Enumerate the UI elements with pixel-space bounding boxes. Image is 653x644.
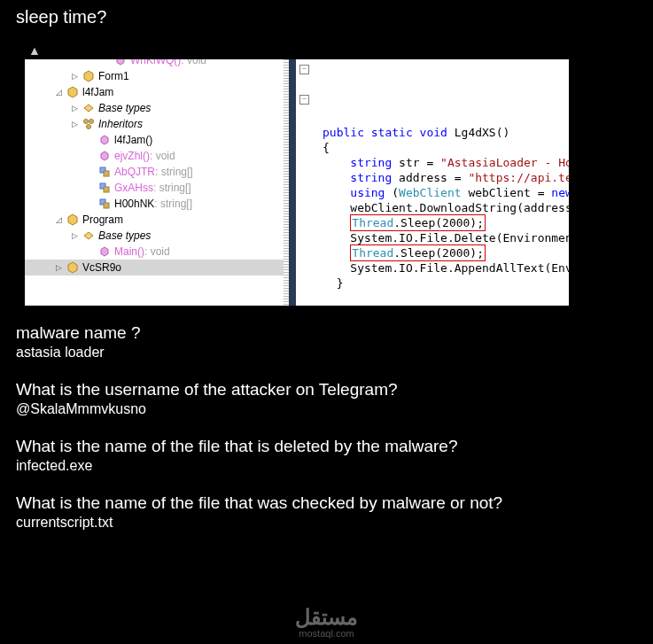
- class-icon: [66, 213, 80, 227]
- expander-icon[interactable]: [85, 135, 96, 145]
- base-icon: [82, 101, 96, 115]
- watermark: مستقل mostaql.com: [295, 607, 358, 639]
- tree-label: H00hNK: [114, 196, 154, 212]
- tree-label: l4fJam(): [114, 132, 152, 148]
- tree-label: Base types: [98, 228, 151, 244]
- answer-text: astasia loader: [16, 343, 637, 362]
- tree-type: : void: [181, 59, 206, 68]
- tree-type: : string[]: [155, 164, 193, 180]
- answer-text: @SkalaMmmvkusno: [16, 400, 637, 419]
- svg-point-2: [87, 125, 91, 129]
- code-content: public static void Lg4dXS() { string str…: [323, 125, 569, 306]
- fold-icon[interactable]: −: [299, 65, 309, 74]
- ide-panel: WnKlWQ() : void▷Form1◿l4fJam▷Base types▷…: [25, 59, 569, 306]
- tree-label: l4fJam: [82, 84, 113, 100]
- up-arrow-icon: ▲: [0, 27, 653, 58]
- question-text: What is the username of the attacker on …: [16, 380, 637, 400]
- tree-item[interactable]: ▷VcSR9o: [25, 260, 284, 275]
- answer-text: currentscript.txt: [16, 513, 637, 532]
- tree-item[interactable]: ◿l4fJam: [25, 84, 284, 100]
- tree-label: Inheritors: [98, 116, 143, 132]
- method-icon: [97, 244, 112, 259]
- svg-rect-6: [104, 187, 109, 192]
- expander-icon[interactable]: [85, 167, 96, 177]
- qa-block: What is the name of the file that was ch…: [16, 493, 637, 532]
- tree-type: : void: [144, 244, 170, 260]
- expander-icon[interactable]: ◿: [53, 214, 64, 225]
- page-heading: sleep time?: [0, 0, 653, 27]
- tree-label: VcSR9o: [82, 260, 121, 275]
- tree-label: AbQJTR: [114, 164, 155, 180]
- tree-item[interactable]: ◿Program: [25, 212, 284, 228]
- tree-item[interactable]: WnKlWQ() : void: [25, 59, 284, 68]
- expander-icon[interactable]: [85, 246, 96, 257]
- tree-item[interactable]: ejvZhl() : void: [25, 148, 284, 164]
- class-icon: [82, 69, 96, 83]
- svg-point-0: [84, 120, 89, 124]
- tree-type: : string[]: [153, 180, 191, 196]
- base-icon: [82, 229, 96, 243]
- expander-icon[interactable]: ◿: [53, 87, 64, 97]
- question-text: What is the name of the file that was ch…: [16, 493, 637, 513]
- inh-icon: [82, 117, 96, 131]
- qa-block: What is the username of the attacker on …: [16, 380, 637, 419]
- tree-label: WnKlWQ(): [130, 59, 181, 68]
- tree-label: Main(): [114, 244, 144, 260]
- expander-icon[interactable]: ▷: [69, 71, 80, 81]
- expander-icon[interactable]: ▷: [53, 262, 64, 273]
- expander-icon[interactable]: ▷: [69, 230, 80, 241]
- expander-icon[interactable]: [85, 198, 96, 209]
- field-icon: [97, 165, 112, 179]
- tree-label: Form1: [98, 68, 129, 84]
- qa-block: malware name ?astasia loader: [16, 323, 637, 362]
- tree-item[interactable]: Main() : void: [25, 244, 284, 260]
- field-icon: [97, 197, 112, 211]
- tree-item[interactable]: AbQJTR : string[]: [25, 164, 284, 180]
- tree-item[interactable]: GxAHss : string[]: [25, 180, 284, 196]
- field-icon: [97, 181, 112, 195]
- answer-text: infected.exe: [16, 456, 637, 476]
- expander-icon[interactable]: [85, 151, 96, 161]
- watermark-url: mostaql.com: [295, 628, 358, 639]
- tree-item[interactable]: ▷Form1: [25, 68, 284, 84]
- expander-icon[interactable]: ▷: [69, 119, 80, 129]
- tree-item[interactable]: H00hNK : string[]: [25, 196, 284, 212]
- tree-label: Program: [82, 212, 123, 228]
- question-text: malware name ?: [16, 323, 637, 343]
- svg-rect-4: [104, 171, 109, 176]
- tree-label: GxAHss: [114, 180, 153, 196]
- tree-type: : string[]: [154, 196, 192, 212]
- qa-section: malware name ?astasia loaderWhat is the …: [0, 306, 653, 532]
- minimap-bar: [289, 59, 296, 306]
- tree-item[interactable]: l4fJam(): [25, 132, 284, 148]
- class-icon: [66, 260, 80, 275]
- code-editor[interactable]: − − public static void Lg4dXS() { string…: [296, 59, 569, 306]
- expander-icon[interactable]: [85, 182, 96, 193]
- expander-icon[interactable]: ▷: [69, 103, 80, 113]
- tree-item[interactable]: ▷Base types: [25, 100, 284, 116]
- object-tree[interactable]: WnKlWQ() : void▷Form1◿l4fJam▷Base types▷…: [25, 59, 284, 306]
- method-icon: [97, 149, 112, 163]
- svg-rect-8: [104, 203, 109, 208]
- svg-point-1: [89, 120, 94, 124]
- tree-item[interactable]: ▷Base types: [25, 228, 284, 244]
- method-icon: [113, 59, 128, 67]
- question-text: What is the name of the file that is del…: [16, 437, 637, 456]
- tree-item[interactable]: ▷Inheritors: [25, 116, 284, 132]
- method-icon: [97, 133, 112, 147]
- watermark-logo: مستقل: [295, 607, 358, 628]
- fold-icon[interactable]: −: [299, 95, 309, 105]
- qa-block: What is the name of the file that is del…: [16, 437, 637, 476]
- class-icon: [66, 85, 80, 99]
- tree-label: ejvZhl(): [114, 148, 150, 164]
- tree-label: Base types: [98, 100, 151, 116]
- expander-icon[interactable]: [101, 59, 112, 66]
- tree-type: : void: [150, 148, 175, 164]
